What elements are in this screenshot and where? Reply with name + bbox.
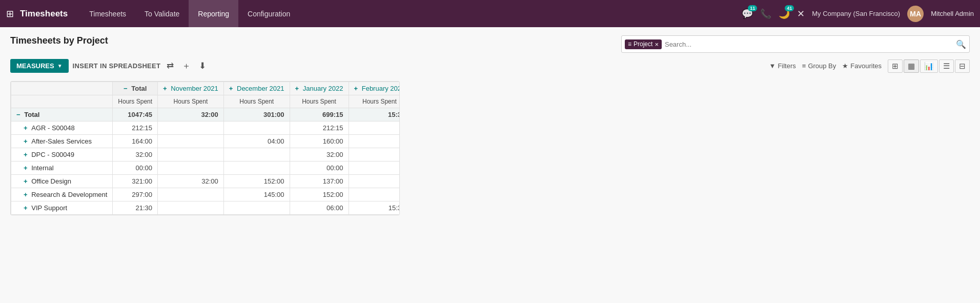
search-icon[interactable]: 🔍 (956, 39, 966, 49)
pivot-table: − Total + November 2021 + December 2021 … (11, 82, 400, 215)
tag-close-btn[interactable]: × (655, 41, 659, 48)
page-content: Timesheets by Project ≡ Project × 🔍 MEAS… (0, 27, 980, 224)
table-row: + AGR - S00048212:15212:15 (11, 122, 400, 135)
chat-icon-btn[interactable]: 💬 11 (742, 8, 753, 19)
star-icon: ★ (842, 62, 848, 70)
row-expand-btn[interactable]: + (24, 164, 29, 172)
value-cell: 699:15 (290, 108, 349, 122)
moon-badge: 41 (785, 5, 794, 11)
value-cell (349, 161, 400, 175)
total-expand-btn[interactable]: − (124, 85, 128, 92)
measures-dropdown-icon: ▼ (57, 63, 63, 69)
value-cell (158, 201, 224, 215)
value-cell: 1047:45 (113, 108, 158, 122)
phone-icon-btn[interactable]: 📞 (760, 8, 771, 19)
feb2022-column-header: + February 2022 (349, 82, 400, 95)
value-cell (158, 148, 224, 161)
value-cell: 06:00 (290, 201, 349, 215)
nov2021-expand-btn[interactable]: + (163, 85, 167, 92)
total-column-header: − Total (113, 82, 158, 95)
swap-icon-btn[interactable]: ⇄ (165, 58, 176, 73)
group-by-button[interactable]: ≡ Group By (802, 62, 836, 70)
value-cell: 32:00 (158, 108, 224, 122)
row-expand-btn[interactable]: − (16, 111, 22, 118)
measures-label: MEASURES (16, 62, 54, 70)
jan2022-expand-btn[interactable]: + (295, 85, 299, 92)
value-cell (349, 175, 400, 188)
table-row: + VIP Support21:3006:0015:30 (11, 201, 400, 215)
value-cell: 15:30 (349, 108, 400, 122)
close-icon-btn[interactable]: ✕ (797, 8, 805, 19)
list-view-btn[interactable]: ☰ (939, 59, 954, 73)
value-cell: 212:15 (290, 122, 349, 135)
value-cell: 32:00 (158, 175, 224, 188)
value-cell (349, 135, 400, 148)
feb2022-expand-btn[interactable]: + (354, 85, 358, 92)
filter-icon: ▼ (769, 62, 776, 70)
value-cell (223, 161, 290, 175)
search-input[interactable] (665, 41, 953, 48)
value-cell (158, 135, 224, 148)
nav-configuration[interactable]: Configuration (238, 0, 299, 27)
grid-icon[interactable]: ⊞ (6, 8, 14, 19)
value-cell (158, 188, 224, 201)
dec2021-column-header: + December 2021 (223, 82, 290, 95)
nov2021-column-header: + November 2021 (158, 82, 224, 95)
value-cell (223, 148, 290, 161)
value-cell: 152:00 (223, 175, 290, 188)
nov2021-label: November 2021 (171, 85, 218, 92)
table-row: + Internal00:0000:00 (11, 161, 400, 175)
measures-button[interactable]: MEASURES ▼ (10, 59, 69, 73)
row-expand-btn[interactable]: + (24, 177, 29, 185)
kanban-view-btn[interactable]: ⊞ (888, 59, 903, 73)
project-filter-tag: ≡ Project × (625, 39, 662, 49)
total-subheader: Hours Spent (113, 95, 158, 108)
value-cell: 32:00 (290, 148, 349, 161)
view-icons: ⊞ ▦ 📊 ☰ ⊟ (888, 59, 970, 73)
download-icon-btn[interactable]: ⬇ (197, 58, 208, 73)
value-cell: 137:00 (290, 175, 349, 188)
nav-reporting[interactable]: Reporting (189, 0, 238, 27)
pivot-view-btn[interactable]: ▦ (904, 59, 919, 73)
groupby-icon: ≡ (802, 62, 806, 70)
value-cell: 32:00 (113, 148, 158, 161)
dec2021-subheader: Hours Spent (223, 95, 290, 108)
search-bar: ≡ Project × 🔍 (621, 35, 970, 53)
tag-label: Project (634, 41, 652, 48)
row-expand-btn[interactable]: + (24, 204, 29, 212)
add-icon-btn[interactable]: ＋ (180, 58, 193, 74)
value-cell: 145:00 (223, 188, 290, 201)
chart-view-btn[interactable]: 📊 (920, 59, 938, 73)
nav-to-validate[interactable]: To Validate (135, 0, 189, 27)
value-cell: 301:00 (223, 108, 290, 122)
nov2021-subheader: Hours Spent (158, 95, 224, 108)
table-row: + Office Design321:0032:00152:00137:00 (11, 175, 400, 188)
value-cell (223, 122, 290, 135)
value-cell (349, 122, 400, 135)
toolbar: MEASURES ▼ INSERT IN SPREADSHEET ⇄ ＋ ⬇ ▼… (10, 58, 970, 74)
row-expand-btn[interactable]: + (24, 151, 29, 158)
grid-view-btn[interactable]: ⊟ (955, 59, 970, 73)
row-expand-btn[interactable]: + (24, 124, 29, 132)
row-expand-btn[interactable]: + (24, 137, 29, 145)
value-cell: 04:00 (223, 135, 290, 148)
insert-spreadsheet-button[interactable]: INSERT IN SPREADSHEET (73, 62, 161, 70)
value-cell: 152:00 (290, 188, 349, 201)
value-cell: 321:00 (113, 175, 158, 188)
jan2022-subheader: Hours Spent (290, 95, 349, 108)
moon-icon-btn[interactable]: 🌙 41 (779, 8, 790, 19)
chat-badge: 11 (748, 5, 757, 11)
page-title: Timesheets by Project (10, 35, 108, 46)
table-row: + After-Sales Services164:0004:00160:00 (11, 135, 400, 148)
favourites-button[interactable]: ★ Favourites (842, 62, 882, 70)
feb2022-label: February 2022 (362, 85, 400, 92)
value-cell: 00:00 (113, 161, 158, 175)
filters-button[interactable]: ▼ Filters (769, 62, 796, 70)
value-cell (158, 161, 224, 175)
row-expand-btn[interactable]: + (24, 191, 29, 198)
row-header-cell (11, 82, 113, 95)
nav-timesheets[interactable]: Timesheets (80, 0, 135, 27)
dec2021-expand-btn[interactable]: + (229, 85, 233, 92)
avatar[interactable]: MA (907, 6, 924, 22)
row-subheader-cell (11, 95, 113, 108)
